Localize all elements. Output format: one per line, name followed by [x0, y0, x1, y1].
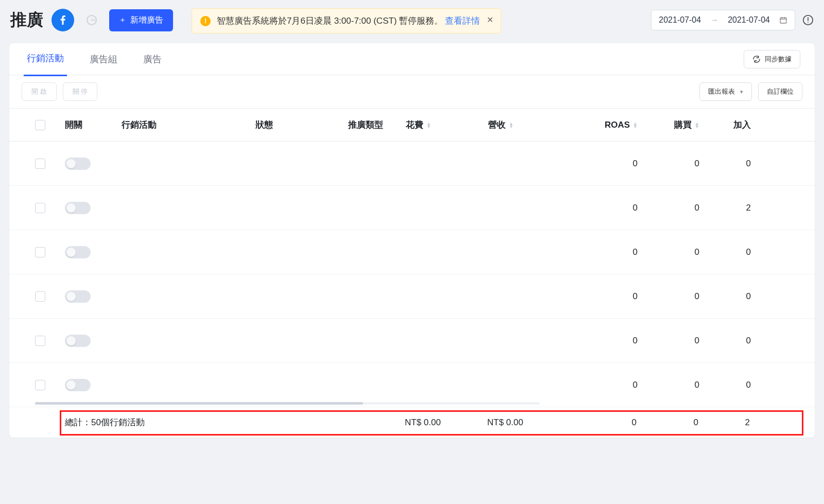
footer-revenue: NT$ 0.00: [487, 418, 570, 428]
row-cart: 0: [699, 336, 751, 346]
row-purchases: 0: [638, 247, 699, 257]
row-checkbox[interactable]: [35, 159, 45, 169]
chevron-down-icon: ▾: [740, 89, 743, 95]
row-cart: 0: [699, 247, 751, 257]
col-spend[interactable]: 花費▲▼: [406, 119, 488, 131]
row-purchases: 0: [638, 159, 699, 169]
row-cart: 0: [699, 159, 751, 169]
enable-button: 開 啟: [22, 82, 57, 101]
row-checkbox[interactable]: [35, 380, 45, 390]
info-alert-icon[interactable]: [802, 14, 814, 26]
footer-total-label: 總計：50個行銷活動: [65, 416, 405, 428]
page-title: 推廣: [10, 9, 43, 31]
date-end: 2021-07-04: [728, 15, 770, 25]
table-row: 000: [9, 142, 815, 186]
add-ad-button[interactable]: ＋ 新增廣告: [109, 9, 173, 31]
col-campaign: 行銷活動: [122, 119, 255, 131]
col-purchases[interactable]: 購買▲▼: [638, 119, 699, 131]
calendar-icon: [779, 16, 787, 24]
sort-icon: ▲▼: [509, 122, 513, 128]
tabs-bar: 行銷活動 廣告組 廣告 同步數據: [9, 43, 815, 75]
row-roas: 0: [571, 203, 638, 213]
table-row: 000: [9, 230, 815, 274]
date-start: 2021-07-04: [659, 15, 701, 25]
table-row: 002: [9, 186, 815, 230]
footer-purchases: 0: [637, 418, 698, 428]
maintenance-banner: ! 智慧廣告系統將於7月6日凌晨 3:00-7:00 (CST) 暫停服務。 查…: [192, 8, 501, 33]
tab-adgroups[interactable]: 廣告組: [87, 43, 121, 76]
row-cart: 2: [699, 203, 751, 213]
arrow-right-icon: →: [710, 15, 718, 25]
row-checkbox[interactable]: [35, 247, 45, 257]
col-switch: 開關: [65, 119, 122, 131]
table-footer: 總計：50個行銷活動 NT$ 0.00 NT$ 0.00 0 0 2: [9, 407, 815, 438]
tab-ads[interactable]: 廣告: [140, 43, 165, 76]
row-purchases: 0: [638, 336, 699, 346]
columns-button[interactable]: 自訂欄位: [758, 82, 802, 101]
banner-text: 智慧廣告系統將於7月6日凌晨 3:00-7:00 (CST) 暫停服務。: [217, 15, 443, 27]
facebook-icon[interactable]: [52, 9, 74, 31]
col-type: 推廣類型: [348, 119, 406, 131]
google-icon[interactable]: [80, 9, 103, 31]
select-all-checkbox[interactable]: [35, 120, 45, 130]
sync-label: 同步數據: [765, 55, 792, 64]
sort-icon: ▲▼: [695, 122, 699, 128]
col-cart[interactable]: 加入: [699, 119, 751, 131]
sync-button[interactable]: 同步數據: [744, 50, 800, 68]
row-purchases: 0: [638, 380, 699, 390]
export-button[interactable]: 匯出報表 ▾: [699, 82, 752, 101]
col-roas[interactable]: ROAS▲▼: [571, 120, 638, 130]
row-checkbox[interactable]: [35, 203, 45, 213]
tab-campaigns[interactable]: 行銷活動: [24, 43, 67, 76]
table-row: 000: [9, 363, 815, 407]
row-switch[interactable]: [65, 335, 91, 347]
refresh-icon: [752, 55, 761, 63]
toolbar: 開 啟 關 停 匯出報表 ▾ 自訂欄位: [9, 75, 815, 109]
row-switch[interactable]: [65, 202, 91, 214]
table-row: 000: [9, 274, 815, 319]
row-checkbox[interactable]: [35, 336, 45, 346]
row-roas: 0: [571, 159, 638, 169]
footer-spend: NT$ 0.00: [405, 418, 487, 428]
col-status: 狀態: [255, 119, 348, 131]
close-icon[interactable]: ✕: [487, 15, 493, 25]
add-ad-label: 新增廣告: [130, 15, 163, 26]
warning-icon: !: [200, 16, 211, 26]
row-roas: 0: [571, 380, 638, 390]
footer-roas: 0: [570, 418, 637, 428]
row-roas: 0: [571, 291, 638, 302]
row-switch[interactable]: [65, 379, 91, 391]
horizontal-scrollbar[interactable]: [35, 402, 540, 407]
table-row: 000: [9, 319, 815, 363]
row-cart: 0: [699, 380, 751, 390]
row-purchases: 0: [638, 203, 699, 213]
row-purchases: 0: [638, 291, 699, 302]
row-checkbox[interactable]: [35, 291, 45, 302]
sort-icon: ▲▼: [633, 122, 638, 128]
row-roas: 0: [571, 247, 638, 257]
date-range-picker[interactable]: 2021-07-04 → 2021-07-04: [651, 10, 795, 30]
campaign-table: 開關 行銷活動 狀態 推廣類型 花費▲▼ 營收▲▼ ROAS▲▼ 購買▲▼ 加入…: [9, 109, 815, 407]
sort-icon: ▲▼: [426, 122, 431, 128]
footer-cart: 2: [698, 418, 750, 428]
row-switch[interactable]: [65, 246, 91, 258]
page-header: 推廣 ＋ 新增廣告 ! 智慧廣告系統將於7月6日凌晨 3:00-7:00 (CS…: [0, 0, 824, 40]
plus-icon: ＋: [119, 15, 126, 25]
col-revenue[interactable]: 營收▲▼: [488, 119, 571, 131]
disable-button: 關 停: [63, 82, 98, 101]
row-switch[interactable]: [65, 158, 91, 170]
table-header: 開關 行銷活動 狀態 推廣類型 花費▲▼ 營收▲▼ ROAS▲▼ 購買▲▼ 加入: [9, 109, 815, 142]
row-switch[interactable]: [65, 290, 91, 303]
svg-rect-1: [780, 18, 786, 23]
banner-link[interactable]: 查看詳情: [445, 15, 480, 27]
main-card: 行銷活動 廣告組 廣告 同步數據 開 啟 關 停 匯出報表 ▾ 自訂欄位 開關 …: [9, 43, 815, 438]
row-roas: 0: [571, 336, 638, 346]
export-label: 匯出報表: [708, 87, 735, 96]
row-cart: 0: [699, 291, 751, 302]
